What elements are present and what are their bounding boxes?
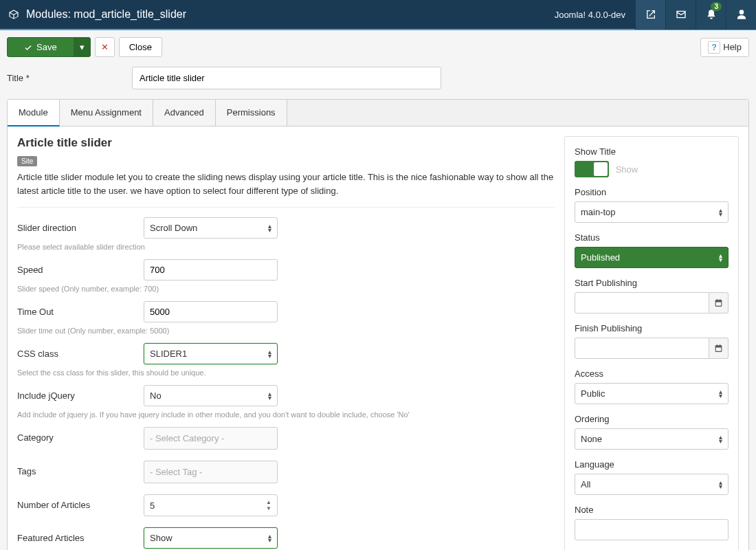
tags-select[interactable]: - Select Tag - (144, 461, 278, 483)
close-x-button[interactable]: ✕ (95, 37, 115, 57)
tab-content: Article title slider Site Article title … (8, 126, 748, 550)
module-icon (8, 9, 19, 20)
css-class-label: CSS class (17, 343, 144, 359)
featured-label: Featured Articles (17, 527, 144, 543)
include-jquery-label: Include jQuery (17, 385, 144, 401)
language-select[interactable]: All ▴▾ (575, 474, 729, 495)
status-select[interactable]: Published ▴▾ (575, 247, 729, 268)
speed-hint: Slider speed (Only number, example: 700) (17, 285, 555, 293)
save-button-label: Save (36, 42, 57, 52)
featured-select[interactable]: Show ▴▾ (144, 527, 278, 549)
save-dropdown-button[interactable]: ▾ (74, 37, 91, 57)
user-menu-button[interactable] (726, 0, 756, 30)
top-bar: Modules: mod_article_title_slider Joomla… (0, 0, 756, 30)
close-button-label: Close (129, 42, 152, 52)
featured-value: Show (150, 533, 173, 543)
messages-button[interactable] (665, 0, 696, 30)
select-caret-icon: ▴▾ (268, 350, 271, 358)
access-label: Access (575, 368, 729, 379)
check-icon (24, 43, 32, 52)
external-link-icon (645, 9, 656, 20)
language-label: Language (575, 459, 729, 470)
show-title-label: Show Title (575, 146, 729, 157)
include-jquery-hint: Add include of jquery js. If you have jq… (17, 410, 555, 419)
category-select[interactable]: - Select Category - (144, 427, 278, 450)
finish-publishing-calendar-button[interactable] (709, 338, 729, 359)
tags-label: Tags (17, 461, 144, 476)
version-text: Joomla! 4.0.0-dev (545, 10, 635, 20)
calendar-icon (714, 344, 723, 353)
title-label: Title * (7, 73, 124, 83)
site-badge: Site (17, 156, 37, 166)
note-label: Note (575, 505, 729, 515)
tags-placeholder: - Select Tag - (147, 464, 274, 480)
save-button[interactable]: Save (7, 37, 74, 57)
ordering-label: Ordering (575, 414, 729, 424)
notification-count: 3 (711, 2, 722, 11)
start-publishing-label: Start Publishing (575, 278, 729, 288)
include-jquery-select[interactable]: No ▴▾ (144, 385, 278, 406)
note-input[interactable] (575, 519, 729, 540)
main-panel: Module Menu Assignment Advanced Permissi… (7, 99, 749, 550)
module-heading: Article title slider (17, 136, 555, 150)
ordering-select[interactable]: None ▴▾ (575, 428, 729, 450)
start-publishing-calendar-button[interactable] (709, 292, 729, 314)
ordering-value: None (581, 434, 602, 444)
finish-publishing-label: Finish Publishing (575, 323, 729, 333)
start-publishing-input[interactable] (575, 292, 709, 314)
num-articles-value: 5 (150, 500, 155, 511)
action-toolbar: Save ▾ ✕ Close ? Help (0, 30, 756, 64)
slider-direction-value: Scroll Down (150, 223, 197, 233)
toggle-knob (594, 162, 608, 176)
select-caret-icon: ▴▾ (719, 435, 722, 443)
position-value: main-top (581, 207, 616, 217)
select-caret-icon: ▴▾ (268, 392, 271, 400)
finish-publishing-input[interactable] (575, 338, 709, 359)
notifications-button[interactable]: 3 (696, 0, 726, 30)
css-class-value: SLIDER1 (150, 349, 187, 359)
slider-direction-label: Slider direction (17, 217, 144, 233)
css-class-select[interactable]: SLIDER1 ▴▾ (144, 343, 278, 364)
module-description: Article title slider module let you to c… (17, 170, 555, 208)
caret-down-icon: ▾ (80, 42, 85, 52)
num-articles-label: Number of Articles (17, 494, 144, 510)
select-caret-icon: ▴▾ (719, 390, 722, 398)
help-icon: ? (708, 41, 720, 54)
calendar-icon (714, 298, 723, 307)
tab-permissions[interactable]: Permissions (216, 100, 287, 126)
launch-site-button[interactable] (635, 0, 665, 30)
timeout-input[interactable] (144, 301, 278, 322)
speed-input[interactable] (144, 259, 278, 280)
status-label: Status (575, 232, 729, 243)
page-title-wrap: Modules: mod_article_title_slider (8, 8, 186, 21)
title-row: Title * (0, 64, 756, 99)
select-caret-icon: ▴▾ (719, 208, 722, 217)
select-caret-icon: ▴▾ (268, 224, 271, 232)
category-label: Category (17, 427, 144, 443)
close-button[interactable]: Close (119, 37, 162, 57)
page-title: Modules: mod_article_title_slider (26, 8, 186, 21)
show-title-toggle[interactable] (575, 161, 609, 177)
position-select[interactable]: main-top ▴▾ (575, 201, 729, 223)
tab-module[interactable]: Module (8, 100, 60, 126)
tab-menu-assignment[interactable]: Menu Assignment (60, 100, 153, 126)
tab-advanced[interactable]: Advanced (153, 100, 216, 126)
title-input[interactable] (132, 67, 441, 89)
position-label: Position (575, 187, 729, 197)
save-button-group: Save ▾ (7, 37, 91, 57)
timeout-label: Time Out (17, 301, 144, 317)
status-value: Published (581, 252, 620, 263)
help-button[interactable]: ? Help (700, 38, 749, 57)
access-select[interactable]: Public ▴▾ (575, 383, 729, 404)
slider-direction-hint: Please select available slider direction (17, 243, 555, 251)
num-articles-input[interactable]: 5 ▲▼ (144, 494, 278, 516)
slider-direction-select[interactable]: Scroll Down ▴▾ (144, 217, 278, 239)
select-caret-icon: ▴▾ (268, 534, 271, 542)
help-button-label: Help (723, 42, 742, 52)
close-icon: ✕ (101, 42, 109, 52)
category-placeholder: - Select Category - (147, 430, 274, 446)
css-class-hint: Select the css class for this slider, th… (17, 368, 555, 377)
topbar-right: Joomla! 4.0.0-dev 3 (545, 0, 756, 29)
timeout-hint: Slider time out (Only number, example: 5… (17, 327, 555, 335)
access-value: Public (581, 388, 605, 399)
